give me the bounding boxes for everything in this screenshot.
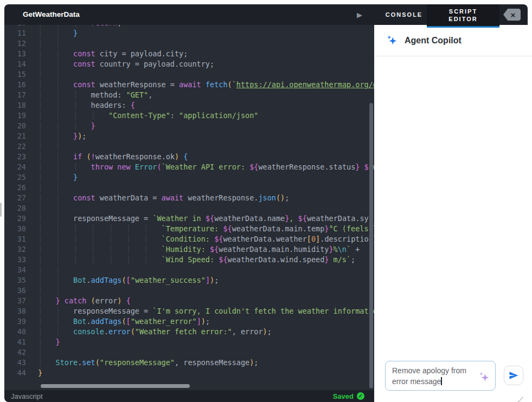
code-line: 24│ │ │ throw new Error(`Weather API err… <box>4 162 374 172</box>
code-line: 16│ │ const weatherResponse = await fetc… <box>4 80 374 90</box>
line-number: 11 <box>4 28 26 38</box>
line-number: 41 <box>4 337 26 347</box>
line-number: 38 <box>4 306 26 316</box>
active-tab-indicator <box>427 26 499 28</box>
close-button[interactable]: × <box>503 9 521 21</box>
code-lines: 10│ │ │ return;11│ │ }12│ │13│ │ const c… <box>4 25 374 378</box>
line-number: 35 <box>4 275 26 286</box>
vertical-scrollbar[interactable] <box>369 103 373 388</box>
code-line: 23│ │ if (!weatherResponse.ok) { <box>4 152 374 162</box>
divider <box>374 56 532 56</box>
code-line: 11│ │ } <box>4 28 374 38</box>
send-button[interactable] <box>504 366 523 385</box>
code-line: 31│ │ │ │ │ │ │ `Condition: ${weatherDat… <box>4 234 374 244</box>
code-line: 37│ } catch (error) { <box>4 296 374 306</box>
copilot-input-text: Remove apology from error message <box>392 366 466 386</box>
line-number: 25 <box>4 172 26 183</box>
line-number: 16 <box>4 80 26 90</box>
code-line: 12│ │ <box>4 38 374 49</box>
language-label: Javascript <box>11 392 43 400</box>
line-number: 12 <box>4 38 26 49</box>
line-number: 28 <box>4 203 26 213</box>
line-number: 37 <box>4 296 26 306</box>
horizontal-scrollbar[interactable] <box>41 384 190 388</box>
line-number: 22 <box>4 141 26 152</box>
editor-status-bar: Javascript Saved ✓ <box>4 390 374 402</box>
play-icon: ▶ <box>357 11 362 19</box>
line-number: 27 <box>4 193 26 203</box>
code-line: 27│ │ const weatherData = await weatherR… <box>4 193 374 203</box>
text-cursor <box>441 377 442 385</box>
code-line: 43│ Store.set("responseMessage", respons… <box>4 358 374 368</box>
code-line: 30│ │ │ │ │ │ │ `Temperature: ${weatherD… <box>4 224 374 234</box>
copilot-title: Agent Copilot <box>405 36 462 46</box>
script-title: GetWeatherData <box>23 4 80 25</box>
line-number: 31 <box>4 234 26 244</box>
code-line: 39│ │ Bot.addTags(["weather_error"]); <box>4 316 374 327</box>
code-line: 38│ │ responseMessage = `I'm sorry, I co… <box>4 306 374 316</box>
line-number: 17 <box>4 90 26 100</box>
copilot-input[interactable]: Remove apology from error message <box>385 361 496 391</box>
line-number: 20 <box>4 121 26 131</box>
backspace-close-icon: × <box>503 9 521 21</box>
line-number: 43 <box>4 358 26 368</box>
line-number: 29 <box>4 213 26 224</box>
page-scrollbar[interactable] <box>0 203 2 217</box>
code-line: 29│ │ responseMessage = `Weather in ${we… <box>4 213 374 224</box>
code-line: 17│ │ │ method: "GET", <box>4 90 374 100</box>
line-number: 13 <box>4 49 26 59</box>
line-number: 26 <box>4 183 26 193</box>
agent-copilot-panel: Agent Copilot Remove apology from error … <box>374 25 532 402</box>
code-line: 20│ │ │ } <box>4 121 374 131</box>
save-status: Saved ✓ <box>333 392 364 400</box>
code-line: 44} <box>4 368 374 378</box>
code-line: 41│ } <box>4 337 374 347</box>
saved-label: Saved <box>333 392 354 400</box>
send-icon <box>508 370 519 381</box>
line-number: 34 <box>4 265 26 275</box>
line-number: 15 <box>4 69 26 80</box>
code-line: 25│ │ } <box>4 172 374 183</box>
line-number: 36 <box>4 286 26 296</box>
code-line: 13│ │ const city = payload.city; <box>4 49 374 59</box>
code-line: 18│ │ │ headers: { <box>4 100 374 111</box>
code-line: 42│ <box>4 347 374 358</box>
code-line: 34│ │ <box>4 265 374 275</box>
line-number: 44 <box>4 368 26 378</box>
copilot-sparkle-icon <box>386 35 398 47</box>
code-line: 40│ │ console.error("Weather fetch error… <box>4 327 374 337</box>
input-sparkle-icon <box>478 371 491 384</box>
code-line: 28│ │ <box>4 203 374 213</box>
line-number: 40 <box>4 327 26 337</box>
line-number: 24 <box>4 162 26 172</box>
title-bar: GetWeatherData ▶ CONSOLE SCRIPT EDITOR × <box>4 4 528 25</box>
code-line: 32│ │ │ │ │ │ │ `Humidity: ${weatherData… <box>4 244 374 255</box>
code-line: 19│ │ │ │ "Content-Type": "application/j… <box>4 111 374 121</box>
code-line: 22│ │ <box>4 141 374 152</box>
line-number: 30 <box>4 224 26 234</box>
line-number: 39 <box>4 316 26 327</box>
tab-script-editor[interactable]: SCRIPT EDITOR <box>427 4 499 26</box>
code-line: 21│ │ }); <box>4 131 374 141</box>
copilot-header: Agent Copilot <box>374 25 532 56</box>
code-line: 36│ │ <box>4 286 374 296</box>
line-number: 14 <box>4 59 26 69</box>
line-number: 21 <box>4 131 26 141</box>
code-line: 35│ │ Bot.addTags(["weather_success"]); <box>4 275 374 286</box>
code-line: 15│ │ <box>4 69 374 80</box>
line-number: 33 <box>4 255 26 265</box>
code-line: 26│ │ <box>4 183 374 193</box>
resize-handle[interactable] <box>516 395 523 402</box>
app-window: GetWeatherData ▶ CONSOLE SCRIPT EDITOR ×… <box>0 0 532 402</box>
code-line: 33│ │ │ │ │ │ │ `Wind Speed: ${weatherDa… <box>4 255 374 265</box>
tab-console[interactable]: CONSOLE <box>381 4 427 25</box>
line-number: 18 <box>4 100 26 111</box>
tab-script-editor-label: SCRIPT EDITOR <box>444 8 482 23</box>
code-line: 14│ │ const country = payload.country; <box>4 59 374 69</box>
line-number: 23 <box>4 152 26 162</box>
saved-check-icon: ✓ <box>357 392 364 400</box>
line-number: 42 <box>4 347 26 358</box>
code-editor[interactable]: 10│ │ │ return;11│ │ }12│ │13│ │ const c… <box>4 25 374 390</box>
line-number: 32 <box>4 244 26 255</box>
run-button[interactable]: ▶ <box>351 4 368 25</box>
